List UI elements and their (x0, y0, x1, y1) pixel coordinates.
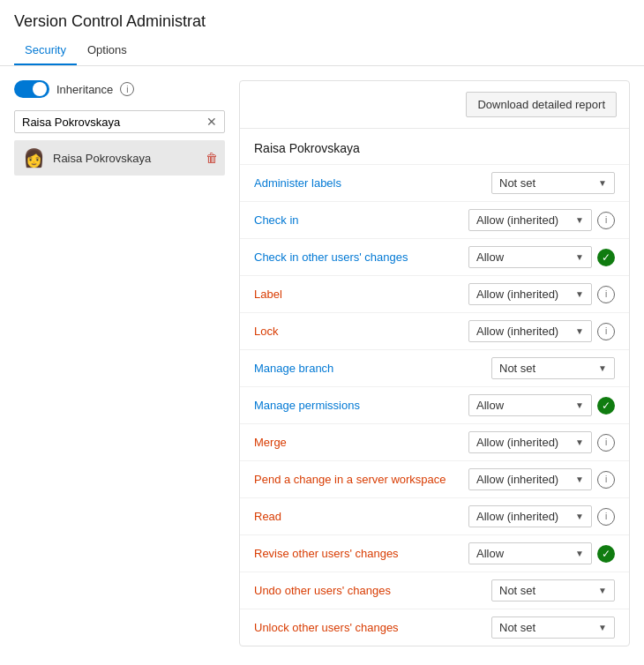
info-icon[interactable]: i (597, 508, 615, 526)
permission-control: Allow▼✓ (468, 394, 615, 416)
permission-dropdown[interactable]: Allow (inherited)▼ (468, 209, 592, 231)
chevron-down-icon: ▼ (598, 178, 607, 188)
check-icon: ✓ (597, 249, 615, 266)
permission-name: Manage branch (254, 362, 491, 375)
permissions-list: Administer labelsNot set▼Check inAllow (… (240, 165, 629, 646)
permission-row: Manage branchNot set▼ (240, 350, 629, 387)
delete-icon[interactable]: 🗑 (206, 151, 218, 165)
main-content: Inheritance i ✕ 👩 Raisa Pokrovskaya 🗑 Do… (0, 66, 644, 661)
permission-control: Allow (inherited)▼i (468, 431, 615, 453)
dropdown-value: Not set (499, 584, 535, 597)
permission-row: Check inAllow (inherited)▼i (240, 202, 629, 239)
page-header: Version Control Administrat (0, 0, 644, 36)
dropdown-value: Allow (inherited) (476, 436, 558, 449)
permission-name: Undo other users' changes (254, 584, 491, 597)
permission-dropdown[interactable]: Allow▼ (468, 246, 592, 268)
permission-control: Not set▼ (491, 579, 615, 601)
permission-name: Lock (254, 325, 468, 338)
permission-control: Not set▼ (491, 172, 615, 194)
permission-control: Not set▼ (491, 357, 615, 379)
dropdown-value: Not set (499, 362, 535, 375)
dropdown-value: Not set (499, 176, 535, 190)
download-report-button[interactable]: Download detailed report (466, 92, 617, 117)
chevron-down-icon: ▼ (575, 400, 584, 410)
left-panel: Inheritance i ✕ 👩 Raisa Pokrovskaya 🗑 (14, 80, 239, 646)
chevron-down-icon: ▼ (575, 215, 584, 225)
permission-control: Allow (inherited)▼i (468, 468, 615, 490)
permission-row: Unlock other users' changesNot set▼ (240, 609, 629, 646)
dropdown-value: Allow (inherited) (476, 213, 558, 227)
permission-name: Unlock other users' changes (254, 621, 491, 634)
permission-dropdown[interactable]: Allow▼ (468, 394, 592, 416)
permission-dropdown[interactable]: Allow (inherited)▼ (468, 468, 592, 490)
inheritance-info-icon[interactable]: i (120, 82, 134, 96)
check-icon: ✓ (597, 397, 615, 415)
dropdown-value: Allow (476, 547, 504, 560)
permission-control: Allow (inherited)▼i (468, 283, 615, 305)
permission-row: Manage permissionsAllow▼✓ (240, 387, 629, 424)
permission-dropdown[interactable]: Allow (inherited)▼ (468, 320, 592, 342)
permission-dropdown[interactable]: Allow▼ (468, 542, 592, 564)
permission-dropdown[interactable]: Not set▼ (491, 357, 615, 379)
permission-row: Administer labelsNot set▼ (240, 165, 629, 202)
check-icon: ✓ (597, 545, 615, 563)
permission-dropdown[interactable]: Not set▼ (491, 172, 615, 194)
dropdown-value: Allow (inherited) (476, 510, 558, 523)
info-icon[interactable]: i (597, 323, 615, 340)
permission-control: Allow (inherited)▼i (468, 320, 615, 342)
permission-name: Administer labels (254, 176, 491, 190)
search-input[interactable] (22, 116, 203, 129)
chevron-down-icon: ▼ (575, 289, 584, 299)
permission-row: Undo other users' changesNot set▼ (240, 572, 629, 609)
permission-dropdown[interactable]: Allow (inherited)▼ (468, 283, 592, 305)
chevron-down-icon: ▼ (575, 326, 584, 336)
chevron-down-icon: ▼ (575, 549, 584, 558)
inheritance-toggle[interactable] (14, 80, 49, 98)
permission-dropdown[interactable]: Not set▼ (491, 579, 615, 601)
chevron-down-icon: ▼ (598, 586, 607, 595)
dropdown-value: Allow (inherited) (476, 325, 558, 338)
permission-name: Label (254, 288, 468, 301)
permission-dropdown[interactable]: Allow (inherited)▼ (468, 505, 592, 527)
permission-name: Revise other users' changes (254, 547, 468, 560)
permission-name: Check in other users' changes (254, 250, 468, 264)
search-box: ✕ (14, 110, 225, 133)
tab-security[interactable]: Security (14, 36, 77, 65)
search-close-icon[interactable]: ✕ (206, 115, 217, 129)
permission-control: Allow▼✓ (468, 246, 615, 268)
user-name: Raisa Pokrovskaya (53, 152, 198, 165)
dropdown-value: Allow (476, 399, 504, 412)
chevron-down-icon: ▼ (598, 363, 607, 373)
inheritance-row: Inheritance i (14, 80, 225, 98)
chevron-down-icon: ▼ (575, 512, 584, 521)
tab-options[interactable]: Options (77, 36, 138, 65)
permission-dropdown[interactable]: Allow (inherited)▼ (468, 431, 592, 453)
permission-row: MergeAllow (inherited)▼i (240, 424, 629, 461)
tab-bar: Security Options (0, 36, 644, 66)
info-icon[interactable]: i (597, 286, 615, 303)
permission-name: Manage permissions (254, 399, 468, 412)
dropdown-value: Allow (476, 250, 504, 264)
dropdown-value: Allow (inherited) (476, 288, 558, 301)
permission-row: Check in other users' changesAllow▼✓ (240, 239, 629, 276)
chevron-down-icon: ▼ (575, 474, 584, 484)
list-item[interactable]: 👩 Raisa Pokrovskaya 🗑 (14, 140, 225, 176)
permission-name: Pend a change in a server workspace (254, 473, 468, 486)
permission-row: LockAllow (inherited)▼i (240, 313, 629, 350)
permission-dropdown[interactable]: Not set▼ (491, 616, 615, 639)
permission-row: Pend a change in a server workspaceAllow… (240, 461, 629, 498)
permission-row: LabelAllow (inherited)▼i (240, 276, 629, 313)
permission-control: Allow (inherited)▼i (468, 209, 615, 231)
permission-name: Merge (254, 436, 468, 449)
page-title: Version Control Administrat (14, 12, 630, 31)
info-icon[interactable]: i (597, 434, 615, 452)
right-panel: Download detailed report Raisa Pokrovska… (239, 80, 630, 646)
info-icon[interactable]: i (597, 212, 615, 229)
permission-control: Not set▼ (491, 616, 615, 639)
info-icon[interactable]: i (597, 471, 615, 489)
permission-name: Read (254, 510, 468, 523)
permission-row: ReadAllow (inherited)▼i (240, 498, 629, 535)
permission-row: Revise other users' changesAllow▼✓ (240, 535, 629, 572)
selected-user-title: Raisa Pokrovskaya (240, 129, 629, 165)
chevron-down-icon: ▼ (575, 437, 584, 447)
